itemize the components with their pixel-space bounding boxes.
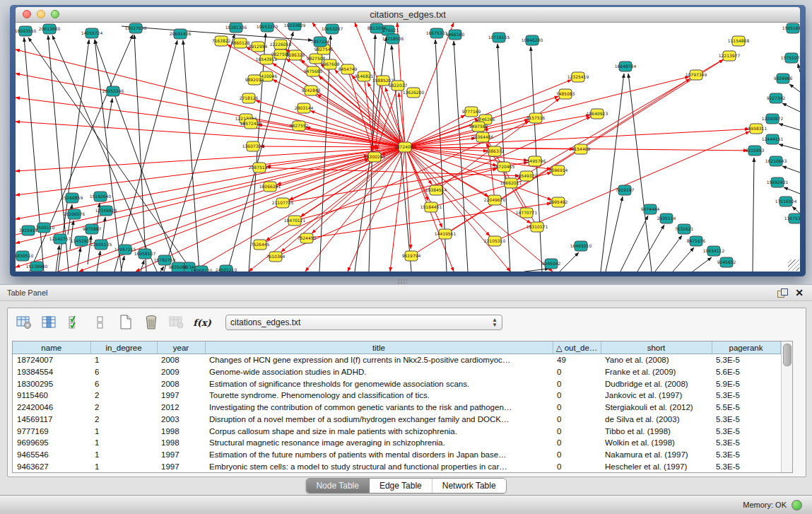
graph-node[interactable]: 11850510 <box>16 251 33 261</box>
close-panel-icon[interactable]: ✕ <box>795 288 804 298</box>
graph-node[interactable]: 9227342 <box>767 93 786 103</box>
graph-node[interactable]: 2967608 <box>321 59 340 69</box>
graph-node[interactable]: 12142757 <box>49 234 71 244</box>
graph-node[interactable]: 19384554 <box>425 185 447 195</box>
graph-node[interactable]: 8186328 <box>286 50 305 60</box>
delete-table-icon[interactable] <box>141 313 162 332</box>
graph-node[interactable]: 8995492 <box>549 197 568 207</box>
graph-node[interactable]: 8096914 <box>549 165 568 175</box>
graph-node[interactable]: 18470121 <box>284 216 306 226</box>
graph-node[interactable]: 20364486 <box>472 132 494 142</box>
graph-node[interactable]: 10719155 <box>488 33 510 42</box>
table-row[interactable]: 1456911722003Disruption of a novel membe… <box>13 413 780 425</box>
graph-node[interactable]: 9466160 <box>446 30 465 40</box>
graph-node[interactable]: 7163822 <box>212 36 231 46</box>
minimize-window-button[interactable] <box>37 10 45 18</box>
graph-node[interactable]: 8860128 <box>231 38 250 48</box>
graph-node[interactable]: 9777169 <box>462 107 481 117</box>
show-columns-icon[interactable] <box>39 313 60 332</box>
graph-node[interactable]: 17016504 <box>775 197 797 206</box>
column-header-name[interactable]: name <box>13 341 90 354</box>
graph-node[interactable]: 12213977 <box>719 51 741 61</box>
graph-node[interactable]: 10653287 <box>322 24 343 34</box>
graph-node[interactable]: 10653270 <box>257 23 278 32</box>
panel-splitter-handle[interactable] <box>397 279 407 284</box>
graph-node[interactable]: 7610364 <box>266 252 286 262</box>
graph-node[interactable]: 8215953 <box>746 146 765 156</box>
graph-node[interactable]: 3915911 <box>19 226 38 235</box>
graph-node[interactable]: 11154808 <box>728 36 750 46</box>
graph-node[interactable]: 2803144 <box>295 103 314 113</box>
graph-node[interactable]: 2935114 <box>657 214 676 223</box>
table-scrollbar[interactable] <box>781 341 792 472</box>
column-header-pagerank[interactable]: pagerank <box>712 341 780 354</box>
table-source-select[interactable]: citations_edges.txt ▲▼ <box>225 315 502 330</box>
column-header-short[interactable]: short <box>601 341 712 354</box>
new-table-icon[interactable] <box>115 313 136 332</box>
graph-node[interactable]: 12505135 <box>90 240 112 250</box>
graph-node[interactable]: 10654112 <box>703 246 725 256</box>
graph-node[interactable]: 8471676 <box>687 236 706 246</box>
graph-node[interactable]: 6822037 <box>389 81 408 90</box>
graph-node[interactable]: 9474444 <box>641 204 660 214</box>
table-row[interactable]: 1830029562008Estimation of significance … <box>13 378 780 390</box>
graph-node[interactable]: 7485083 <box>556 89 575 99</box>
close-window-button[interactable] <box>23 10 31 18</box>
graph-node[interactable]: 15951840 <box>782 23 800 33</box>
graph-node[interactable]: 16066281 <box>259 182 281 192</box>
graph-node[interactable]: 8454749 <box>339 64 358 74</box>
graph-node[interactable]: 15192640 <box>90 192 112 201</box>
graph-node[interactable]: 8157516 <box>526 113 546 123</box>
table-row[interactable]: 946362711997Embryonic stem cells: a mode… <box>13 460 780 472</box>
graph-node[interactable]: 15184451 <box>420 202 442 212</box>
table-row[interactable]: 2242004622012Investigating the contribut… <box>13 402 780 414</box>
graph-node[interactable]: 10846280 <box>522 35 543 45</box>
graph-node[interactable]: 2718126 <box>240 93 259 103</box>
graph-node[interactable]: 16675331 <box>426 28 448 38</box>
graph-node[interactable]: 20613080 <box>39 24 61 34</box>
graph-node[interactable]: 14419561 <box>435 229 457 239</box>
graph-node[interactable]: 11675310 <box>784 214 800 223</box>
tab-node-table[interactable]: Node Table <box>306 479 370 493</box>
graph-node[interactable]: 12444151 <box>762 134 784 144</box>
graph-node[interactable]: 7386372 <box>486 146 505 156</box>
network-canvas[interactable]: 1872400771638228860128891295422226058982… <box>16 23 800 271</box>
graph-node[interactable]: 15751074 <box>781 53 800 63</box>
import-table-icon[interactable] <box>166 313 187 332</box>
table-row[interactable]: 969969511998Structural magnetic resonanc… <box>13 437 780 449</box>
graph-node[interactable]: 9619794 <box>402 251 421 261</box>
graph-node[interactable]: 15239980 <box>26 262 48 271</box>
graph-node[interactable]: 18572434 <box>240 119 262 129</box>
table-row[interactable]: 977716911998Corpus callosum shape and si… <box>13 425 780 437</box>
graph-node[interactable]: 7632621 <box>675 224 694 234</box>
graph-node[interactable]: 9892014 <box>245 75 264 85</box>
table-row[interactable]: 946554611997Estimation of the future num… <box>13 449 780 461</box>
zoom-window-button[interactable] <box>51 10 59 18</box>
graph-node[interactable]: 20053346 <box>102 86 124 96</box>
graph-node[interactable]: 9245652 <box>717 257 736 267</box>
graph-node[interactable]: 24501210 <box>216 265 237 271</box>
graph-node[interactable]: 9154469 <box>572 144 591 154</box>
column-header-outde[interactable]: △ out_de… <box>553 341 601 354</box>
function-builder-icon[interactable]: f(x) <box>192 313 213 332</box>
float-panel-icon[interactable] <box>777 288 788 298</box>
graph-node[interactable]: 25260859 <box>61 193 83 203</box>
graph-node[interactable]: 9245042 <box>542 259 561 269</box>
graph-node[interactable]: 7524450 <box>298 233 317 243</box>
table-scrollbar-thumb[interactable] <box>783 344 792 366</box>
graph-node[interactable]: 9475685 <box>304 66 323 76</box>
table-row[interactable]: 911546021997Tourette syndrome. Phenomeno… <box>13 390 780 402</box>
column-header-indegree[interactable]: in_degree <box>90 341 157 354</box>
tab-edge-table[interactable]: Edge Table <box>370 479 433 493</box>
graph-node[interactable]: 13626200 <box>403 88 425 98</box>
graph-node[interactable]: 22049670 <box>484 195 506 205</box>
graph-node[interactable]: 20875134 <box>249 163 271 173</box>
graph-node[interactable]: 7526445 <box>251 240 270 250</box>
graph-node[interactable]: 16093550 <box>16 26 36 36</box>
graph-node[interactable]: 12093872 <box>762 114 784 124</box>
column-header-year[interactable]: year <box>157 341 205 354</box>
graph-node[interactable]: 9146821 <box>355 71 374 81</box>
network-window-titlebar[interactable]: citations_edges.txt <box>16 7 800 23</box>
select-all-icon[interactable] <box>64 313 86 332</box>
graph-node[interactable]: 20691406 <box>170 29 192 39</box>
